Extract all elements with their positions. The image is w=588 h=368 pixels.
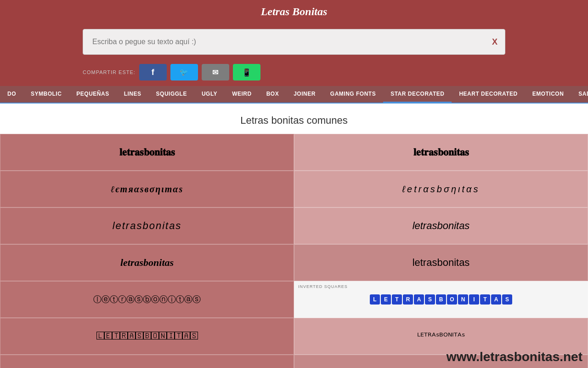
font-sample-text: ℓєтяαѕвσηιтαѕ bbox=[111, 184, 183, 195]
share-facebook-button[interactable]: f bbox=[139, 64, 167, 80]
font-sample-text: ℓetrαsbσηιtαs bbox=[402, 184, 480, 195]
badge-N: N bbox=[458, 294, 468, 305]
badge-T: T bbox=[392, 294, 402, 305]
search-container: X bbox=[0, 25, 588, 62]
page-title-section: Letras bonitas comunes bbox=[0, 104, 588, 134]
share-email-button[interactable]: ✉ bbox=[202, 64, 229, 80]
font-cell[interactable]: letrasbonitas bbox=[294, 207, 588, 244]
badge-T2: T bbox=[480, 294, 490, 305]
font-sample-text: 𝐥𝐞𝐭𝐫𝐚𝐬𝐛𝐨𝐧𝐢𝐭𝐚𝐬 bbox=[413, 146, 469, 158]
font-cell[interactable]: ᴸᴱᵀᴿᴬˢᴮᴼᴺᴵᵀᴬˢ bbox=[294, 318, 588, 355]
font-cell[interactable]: ⓛⓔⓣⓡⓐⓢⓑⓞⓝⓘⓣⓐⓢ bbox=[0, 281, 294, 318]
share-twitter-button[interactable]: 🐦 bbox=[170, 64, 198, 80]
page-title: Letras bonitas comunes bbox=[0, 115, 588, 126]
nav-bar: DO SYMBOLIC PEQUEÑAS LINES SQUIGGLE UGLY… bbox=[0, 86, 588, 104]
font-sample-text: ⓛⓔⓣⓡⓐⓢⓑⓞⓝⓘⓣⓐⓢ bbox=[93, 294, 201, 305]
font-cell[interactable]: 𝐥𝐞𝐭𝐫𝐚𝐬𝐛𝐨𝐧𝐢𝐭𝐚𝐬 bbox=[294, 134, 588, 171]
font-sample-text: letrasbonitas bbox=[120, 257, 174, 269]
nav-item-heart[interactable]: HEART DECORATED bbox=[452, 86, 525, 103]
nav-item-star[interactable]: STAR DECORATED bbox=[383, 86, 452, 103]
nav-item-emoticon[interactable]: EMOTICON bbox=[525, 86, 571, 103]
nav-item-lines[interactable]: LINES bbox=[117, 86, 149, 103]
header: Letras Bonitas bbox=[0, 0, 588, 25]
nav-item-do[interactable]: DO bbox=[0, 86, 23, 103]
font-cell[interactable]: 🄻🄴🅃🅁🄰🅂🄱🄾🄽🄸🅃🄰🅂 bbox=[0, 318, 294, 355]
font-cell[interactable]: l e t r a s b o n i t a s bbox=[0, 355, 294, 368]
font-cell[interactable]: 𝐥𝐞𝐭𝐫𝐚𝐬𝐛𝐨𝐧𝐢𝐭𝐚𝐬 bbox=[0, 134, 294, 171]
inverted-squares-badges: L E T R A S B O N I T A S bbox=[370, 294, 512, 305]
twitter-icon: 🐦 bbox=[180, 68, 188, 76]
inverted-squares-label: INVERTED SQUARES bbox=[298, 284, 348, 289]
badge-B: B bbox=[436, 294, 446, 305]
facebook-icon: f bbox=[152, 68, 154, 77]
font-sample-text: letrasbonitas bbox=[413, 220, 470, 232]
font-cell-inverted-squares[interactable]: INVERTED SQUARES L E T R A S B O N I T A… bbox=[294, 281, 588, 318]
badge-S1: S bbox=[425, 294, 435, 305]
nav-item-symbolic[interactable]: SYMBOLIC bbox=[23, 86, 69, 103]
badge-I: I bbox=[469, 294, 479, 305]
font-cell[interactable]: letrasbonitas bbox=[0, 207, 294, 244]
search-clear-button[interactable]: X bbox=[485, 37, 505, 47]
search-box: X bbox=[83, 29, 505, 55]
font-cell[interactable]: 𝘭𝘦𝘵𝘳𝘢𝘴𝘣𝘰𝘯𝘪𝘵𝘢𝘴 bbox=[294, 355, 588, 368]
nav-item-weird[interactable]: WEIRD bbox=[225, 86, 259, 103]
nav-item-box[interactable]: BOX bbox=[259, 86, 287, 103]
nav-item-ugly[interactable]: UGLY bbox=[194, 86, 225, 103]
font-sample-text: ᴸᴱᵀᴿᴬˢᴮᴼᴺᴵᵀᴬˢ bbox=[417, 331, 465, 342]
nav-item-joiner[interactable]: JOINER bbox=[286, 86, 323, 103]
font-sample-text: letrasbonitas bbox=[413, 257, 470, 269]
font-cell[interactable]: letrasbonitas bbox=[294, 244, 588, 281]
badge-A: A bbox=[414, 294, 424, 305]
whatsapp-icon: 📱 bbox=[242, 68, 251, 77]
font-sample-text: letrasbonitas bbox=[113, 220, 182, 232]
font-cell[interactable]: ℓєтяαѕвσηιтαѕ bbox=[0, 171, 294, 207]
font-sample-text: 𝐥𝐞𝐭𝐫𝐚𝐬𝐛𝐨𝐧𝐢𝐭𝐚𝐬 bbox=[119, 146, 175, 158]
badge-O: O bbox=[447, 294, 457, 305]
font-grid: 𝐥𝐞𝐭𝐫𝐚𝐬𝐛𝐨𝐧𝐢𝐭𝐚𝐬 𝐥𝐞𝐭𝐫𝐚𝐬𝐛𝐨𝐧𝐢𝐭𝐚𝐬 ℓєтяαѕвσηιтα… bbox=[0, 134, 588, 368]
nav-item-sad[interactable]: SAD bbox=[571, 86, 588, 103]
nav-item-pequenas[interactable]: PEQUEÑAS bbox=[69, 86, 116, 103]
share-label: COMPARTIR ESTE: bbox=[83, 69, 136, 75]
font-cell[interactable]: ℓetrαsbσηιtαs bbox=[294, 171, 588, 207]
font-sample-text: 🄻🄴🅃🅁🄰🅂🄱🄾🄽🄸🅃🄰🅂 bbox=[96, 332, 198, 341]
search-input[interactable] bbox=[83, 29, 485, 54]
nav-item-squiggle[interactable]: SQUIGGLE bbox=[149, 86, 194, 103]
font-cell[interactable]: letrasbonitas bbox=[0, 244, 294, 281]
share-whatsapp-button[interactable]: 📱 bbox=[233, 64, 260, 80]
badge-E: E bbox=[381, 294, 391, 305]
email-icon: ✉ bbox=[212, 68, 218, 77]
badge-L: L bbox=[370, 294, 380, 305]
share-row: COMPARTIR ESTE: f 🐦 ✉ 📱 bbox=[0, 62, 588, 86]
badge-R: R bbox=[403, 294, 413, 305]
nav-item-gaming[interactable]: GAMING FONTS bbox=[323, 86, 383, 103]
site-title: Letras Bonitas bbox=[261, 6, 328, 17]
badge-A2: A bbox=[491, 294, 501, 305]
badge-S2: S bbox=[502, 294, 512, 305]
